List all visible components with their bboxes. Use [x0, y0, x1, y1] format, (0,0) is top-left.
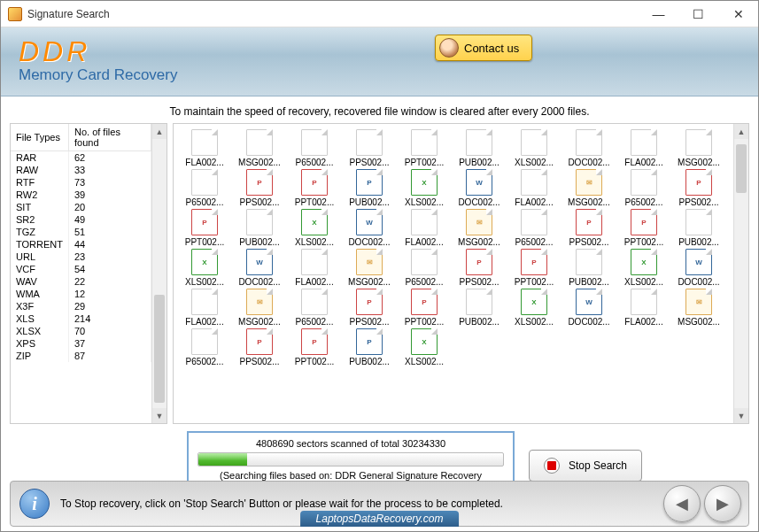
file-item[interactable]: PPPT002... — [177, 209, 232, 247]
file-item[interactable]: FLA002... — [616, 289, 671, 327]
scroll-down-icon[interactable]: ▼ — [734, 408, 748, 423]
table-row[interactable]: XLS214 — [11, 312, 151, 325]
file-item[interactable]: XXLS002... — [287, 209, 342, 247]
files-scrollbar[interactable]: ▲ ▼ — [733, 124, 748, 423]
file-item[interactable]: ✉MSG002... — [232, 289, 287, 327]
file-item[interactable]: XXLS002... — [397, 169, 452, 207]
file-item[interactable]: P65002... — [507, 209, 562, 247]
file-item[interactable]: FLA002... — [177, 129, 232, 167]
titlebar[interactable]: Signature Search — ☐ ✕ — [1, 1, 758, 27]
file-item[interactable]: PPPS002... — [671, 169, 726, 207]
file-item[interactable]: WDOC002... — [452, 169, 507, 207]
table-row[interactable]: XPS37 — [11, 337, 151, 350]
back-button[interactable]: ◀ — [663, 485, 701, 522]
file-item[interactable]: MSG002... — [232, 129, 287, 167]
file-label: FLA002... — [618, 317, 670, 327]
file-item[interactable]: XXLS002... — [616, 249, 671, 287]
file-item[interactable]: PPS002... — [342, 129, 397, 167]
scroll-up-icon[interactable]: ▲ — [152, 124, 167, 139]
file-item[interactable]: PPPT002... — [287, 328, 342, 366]
file-item[interactable]: PPPT002... — [616, 209, 671, 247]
file-item[interactable]: PPUB002... — [342, 169, 397, 207]
file-item[interactable]: PPPS002... — [562, 209, 616, 247]
file-item[interactable]: PPPT002... — [507, 249, 562, 287]
file-label: DOC002... — [453, 197, 505, 207]
table-row[interactable]: VCF54 — [11, 263, 151, 275]
file-item[interactable]: WDOC002... — [232, 249, 287, 287]
file-label: DOC002... — [673, 277, 724, 287]
file-item[interactable]: DOC002... — [562, 129, 616, 167]
file-item[interactable]: PUB002... — [452, 129, 507, 167]
file-item[interactable]: PPPT002... — [287, 169, 342, 207]
file-item[interactable]: WDOC002... — [671, 249, 726, 287]
file-item[interactable]: ✉MSG002... — [342, 249, 397, 287]
file-item[interactable]: ✉MSG002... — [562, 169, 616, 207]
file-item[interactable]: PPPS002... — [232, 328, 287, 366]
col-count[interactable]: No. of files found — [68, 124, 151, 151]
contact-us-button[interactable]: Contact us — [435, 35, 532, 61]
file-item[interactable]: XXLS002... — [177, 249, 232, 287]
file-item[interactable]: PUB002... — [452, 289, 507, 327]
file-item[interactable]: PPUB002... — [342, 328, 397, 366]
col-file-types[interactable]: File Types — [11, 124, 68, 151]
file-item[interactable]: P65002... — [287, 129, 342, 167]
file-item[interactable]: PUB002... — [562, 249, 616, 287]
file-item[interactable]: PPPS002... — [342, 289, 397, 327]
file-item[interactable]: XLS002... — [507, 129, 562, 167]
scroll-down-icon[interactable]: ▼ — [152, 408, 167, 423]
scroll-up-icon[interactable]: ▲ — [734, 124, 748, 139]
scroll-thumb[interactable] — [736, 144, 747, 193]
table-row[interactable]: RTF73 — [11, 176, 151, 189]
table-row[interactable]: URL23 — [11, 251, 151, 263]
table-row[interactable]: ZIP87 — [11, 350, 151, 362]
stop-search-button[interactable]: Stop Search — [529, 450, 642, 482]
table-row[interactable]: RAW33 — [11, 164, 151, 176]
progress-text: 4808690 sectors scanned of total 3023433… — [197, 438, 504, 449]
table-row[interactable]: XLSX70 — [11, 325, 151, 337]
file-item[interactable]: P65002... — [177, 328, 232, 366]
file-item[interactable]: FLA002... — [507, 169, 562, 207]
table-row[interactable]: X3F29 — [11, 300, 151, 312]
file-item[interactable]: P65002... — [177, 169, 232, 207]
table-row[interactable]: SR249 — [11, 213, 151, 226]
file-item[interactable]: P65002... — [397, 249, 452, 287]
file-item[interactable]: MSG002... — [671, 129, 726, 167]
close-button[interactable]: ✕ — [718, 1, 758, 27]
file-icon: P — [576, 209, 602, 235]
file-item[interactable]: P65002... — [287, 289, 342, 327]
table-row[interactable]: TGZ51 — [11, 226, 151, 238]
table-row[interactable]: WAV22 — [11, 275, 151, 288]
file-item[interactable]: PPT002... — [397, 129, 452, 167]
table-scrollbar[interactable]: ▲ ▼ — [151, 124, 167, 423]
file-item[interactable]: XXLS002... — [397, 328, 452, 366]
file-item[interactable]: ✉MSG002... — [671, 289, 726, 327]
maximize-button[interactable]: ☐ — [678, 1, 718, 27]
website-link[interactable]: LaptopsDataRecovery.com — [300, 511, 460, 527]
file-item[interactable]: P65002... — [616, 169, 671, 207]
scroll-thumb[interactable] — [154, 295, 165, 403]
file-item[interactable]: PUB002... — [232, 209, 287, 247]
table-row[interactable]: SIT20 — [11, 201, 151, 213]
table-row[interactable]: RW239 — [11, 189, 151, 201]
file-item[interactable]: FLA002... — [397, 209, 452, 247]
file-item[interactable]: FLA002... — [287, 249, 342, 287]
file-item[interactable]: XXLS002... — [507, 289, 562, 327]
file-item[interactable]: PPPT002... — [397, 289, 452, 327]
file-item[interactable]: WDOC002... — [342, 209, 397, 247]
file-item[interactable]: FLA002... — [616, 129, 671, 167]
file-item[interactable]: PPPS002... — [452, 249, 507, 287]
file-label: P65002... — [618, 197, 670, 207]
file-label: PPT002... — [618, 237, 670, 247]
file-icon: X — [631, 249, 657, 275]
file-item[interactable]: ✉MSG002... — [452, 209, 507, 247]
minimize-button[interactable]: — — [639, 1, 678, 27]
table-row[interactable]: RAR62 — [11, 151, 151, 165]
table-row[interactable]: TORRENT44 — [11, 238, 151, 251]
file-item[interactable]: FLA002... — [177, 289, 232, 327]
cell-type: TGZ — [11, 226, 68, 238]
file-item[interactable]: WDOC002... — [562, 289, 616, 327]
file-item[interactable]: PUB002... — [671, 209, 726, 247]
forward-button[interactable]: ▶ — [704, 485, 741, 522]
table-row[interactable]: WMA12 — [11, 288, 151, 300]
file-item[interactable]: PPPS002... — [232, 169, 287, 207]
